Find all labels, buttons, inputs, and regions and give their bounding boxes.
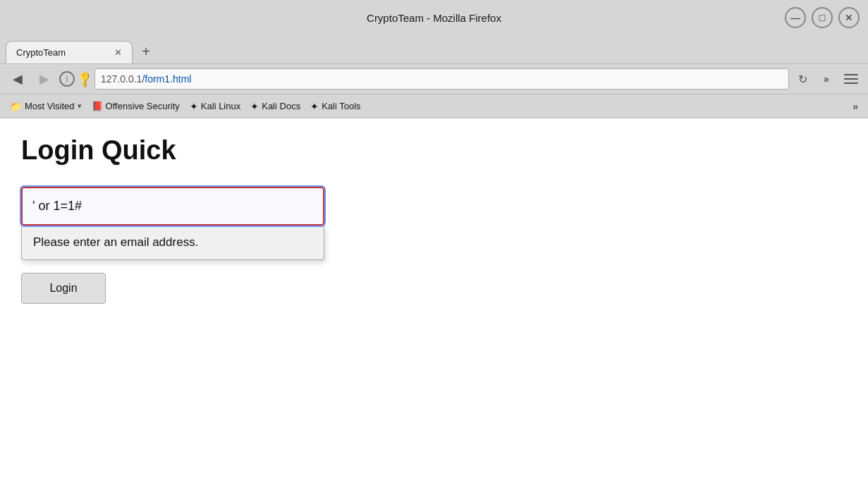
reload-button[interactable]: ↻: [792, 68, 813, 90]
info-icon[interactable]: i: [59, 71, 75, 87]
bookmark-most-visited-label: Most Visited: [25, 101, 75, 111]
bookmark-kali-tools[interactable]: ✦ Kali Tools: [306, 99, 365, 114]
browser-window: CryptoTeam - Mozilla Firefox — □ ✕ Crypt…: [0, 0, 868, 480]
key-icon: 🔑: [75, 69, 94, 89]
bookmark-kali-linux[interactable]: ✦ Kali Linux: [185, 99, 245, 114]
window-title: CryptoTeam - Mozilla Firefox: [367, 12, 501, 24]
offensive-security-icon: 📕: [92, 101, 103, 111]
menu-icon-line3: [844, 82, 858, 84]
nav-overflow-button[interactable]: »: [816, 68, 837, 90]
address-bar-url: 127.0.0.1/form1.html: [101, 73, 783, 85]
email-input[interactable]: [21, 187, 324, 226]
bookmark-kali-tools-label: Kali Tools: [322, 101, 360, 111]
page-title: Login Quick: [21, 135, 847, 166]
bookmark-offensive-security[interactable]: 📕 Offensive Security: [87, 99, 184, 113]
back-button[interactable]: ◀: [6, 68, 30, 90]
maximize-button[interactable]: □: [812, 7, 833, 28]
bookmarks-bar: 📁 Most Visited ▾ 📕 Offensive Security ✦ …: [0, 94, 868, 118]
bookmark-kali-docs[interactable]: ✦ Kali Docs: [246, 99, 305, 114]
menu-icon-line2: [844, 78, 858, 80]
close-button[interactable]: ✕: [838, 7, 860, 28]
tab-close-button[interactable]: ✕: [114, 47, 122, 58]
kali-linux-icon: ✦: [190, 101, 198, 112]
login-button[interactable]: Login: [21, 273, 106, 304]
most-visited-arrow: ▾: [78, 101, 82, 111]
bookmark-offensive-security-label: Offensive Security: [106, 101, 180, 111]
kali-docs-icon: ✦: [250, 101, 259, 112]
forward-button[interactable]: ▶: [32, 68, 56, 90]
login-form: Please enter an email address. Login: [21, 187, 847, 304]
menu-button[interactable]: [840, 68, 862, 90]
title-bar: CryptoTeam - Mozilla Firefox — □ ✕: [0, 0, 868, 35]
validation-message: Please enter an email address.: [33, 235, 198, 249]
address-bar[interactable]: 127.0.0.1/form1.html: [94, 68, 789, 90]
page-content: Login Quick Please enter an email addres…: [0, 118, 868, 480]
most-visited-icon: 📁: [10, 101, 22, 112]
bookmark-kali-linux-label: Kali Linux: [201, 101, 240, 111]
new-tab-button[interactable]: +: [135, 41, 157, 62]
active-tab[interactable]: CryptoTeam ✕: [6, 41, 133, 63]
window-controls: — □ ✕: [785, 7, 860, 28]
minimize-button[interactable]: —: [785, 7, 806, 28]
tab-label: CryptoTeam: [16, 47, 66, 58]
tab-bar: CryptoTeam ✕ +: [0, 35, 868, 63]
bookmark-kali-docs-label: Kali Docs: [262, 101, 300, 111]
email-input-wrapper: [21, 187, 324, 226]
kali-tools-icon: ✦: [310, 101, 319, 112]
menu-icon-line1: [844, 74, 858, 75]
bookmarks-overflow-button[interactable]: »: [848, 101, 862, 112]
validation-tooltip: Please enter an email address.: [21, 226, 324, 260]
bookmark-most-visited[interactable]: 📁 Most Visited ▾: [6, 99, 86, 114]
nav-bar: ◀ ▶ i 🔑 127.0.0.1/form1.html ↻ »: [0, 63, 868, 94]
